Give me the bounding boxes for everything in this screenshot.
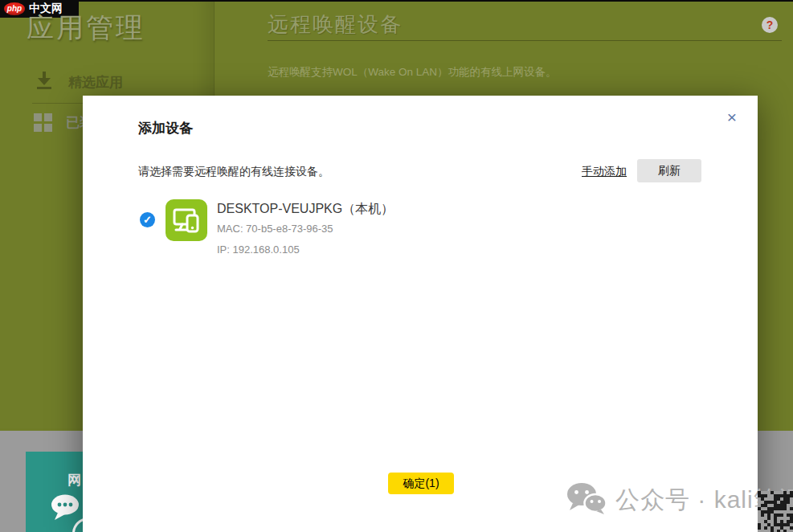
download-icon [34,71,55,93]
section-title: 远程唤醒设备 [268,10,403,39]
sidebar-item-featured-apps[interactable]: 精选应用 [34,71,123,93]
close-icon[interactable]: × [721,107,742,128]
sidebar-item-label: 精选应用 [68,73,123,92]
device-ip: IP: 192.168.0.105 [217,243,300,256]
section-subtitle: 远程唤醒支持WOL（Wake On LAN）功能的有线上网设备。 [268,65,557,80]
dialog-title: 添加设备 [138,119,193,137]
help-button[interactable]: ? [762,17,778,33]
device-icon [166,199,207,241]
dialog-prompt: 请选择需要远程唤醒的有线连接设备。 [138,165,329,179]
grid-icon [34,113,52,132]
php-logo-icon: php [4,2,25,15]
section-divider [268,40,782,41]
add-device-dialog: × 添加设备 请选择需要远程唤醒的有线连接设备。 手动添加 刷新 ✓ DESKT… [83,96,758,532]
qr-code [758,491,793,532]
promo-card-text: 网 [67,471,81,489]
device-mac: MAC: 70-b5-e8-73-96-35 [217,223,333,235]
refresh-button[interactable]: 刷新 [637,159,701,182]
device-name: DESKTOP-VEUJPKG（本机） [217,201,394,218]
window-top-edge [0,0,793,2]
device-row[interactable]: ✓ DESKTOP-VEUJPKG（本机） MAC: 70-b5-e8-73-9… [131,196,709,260]
page-title: 应用管理 [27,10,145,47]
manual-add-link[interactable]: 手动添加 [582,165,627,179]
confirm-button[interactable]: 确定(1) [388,473,454,494]
device-checkbox-checked[interactable]: ✓ [140,212,155,227]
